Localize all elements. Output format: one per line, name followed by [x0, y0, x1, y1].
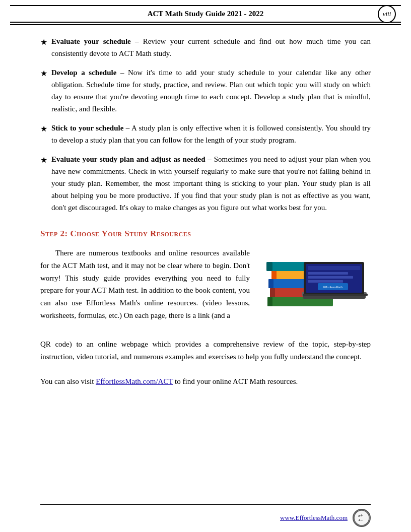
footer-content: www.EffortlessMath.com x÷ +−: [40, 509, 371, 527]
bullet-term-1: Evaluate your schedule: [51, 37, 131, 45]
list-item: ★ Evaluate your schedule – Review your c…: [40, 35, 371, 59]
link-para-prefix: You can also visit: [40, 377, 96, 385]
step2-section: There are numerous textbooks and online …: [40, 247, 371, 330]
svg-rect-17: [308, 280, 343, 283]
step2-paragraph1: There are numerous textbooks and online …: [40, 247, 250, 322]
footer-line: [40, 504, 371, 505]
svg-rect-9: [266, 262, 272, 271]
step2-link-paragraph: You can also visit EffortlessMath.com/AC…: [40, 375, 371, 388]
svg-rect-15: [308, 272, 348, 275]
star-icon: ★: [40, 154, 47, 167]
svg-rect-1: [267, 297, 272, 306]
books-laptop-illustration: EffortlessMath: [262, 247, 368, 330]
bullet-term-3: Stick to your schedule: [51, 124, 123, 132]
svg-text:EffortlessMath: EffortlessMath: [323, 286, 342, 289]
step2-paragraph-continuation: QR code) to an online webpage which prov…: [40, 338, 371, 363]
illustration-column: EffortlessMath: [260, 247, 371, 330]
svg-rect-14: [308, 266, 360, 270]
step2-text-column: There are numerous textbooks and online …: [40, 247, 250, 329]
footer-math-icon: x÷ +−: [353, 509, 371, 527]
star-icon: ★: [40, 36, 47, 49]
page-number-badge: viii: [378, 5, 396, 23]
star-icon: ★: [40, 122, 47, 136]
svg-rect-5: [268, 279, 273, 288]
footer-website-link[interactable]: www.EffortlessMath.com: [280, 514, 348, 522]
bullet-term-4: Evaluate your study plan and adjust as n…: [51, 155, 206, 163]
list-item: ★ Evaluate your study plan and adjust as…: [40, 153, 371, 214]
link-para-suffix: to find your online ACT Math resources.: [173, 377, 298, 385]
bullet-term-2: Develop a schedule: [51, 69, 116, 77]
svg-text:x÷: x÷: [358, 513, 363, 518]
svg-text:+−: +−: [358, 518, 363, 522]
bullet-list: ★ Evaluate your schedule – Review your c…: [40, 35, 371, 214]
page: ACT Math Study Guide 2021 - 2022 viii ★ …: [0, 5, 411, 532]
svg-rect-7: [271, 270, 277, 279]
svg-rect-3: [270, 288, 275, 297]
bullet-text-4: – Sometimes you need to adjust your plan…: [51, 155, 371, 212]
step2-number: Step 2:: [40, 229, 68, 238]
step2-heading-rest: Choose Your Study Resources: [68, 229, 191, 238]
star-icon: ★: [40, 67, 47, 80]
effortlessmath-link[interactable]: EffortlessMath.com/ACT: [96, 377, 173, 385]
list-item: ★ Stick to your schedule – A study plan …: [40, 122, 371, 146]
svg-rect-20: [303, 294, 368, 296]
step2-heading: Step 2: Choose Your Study Resources: [40, 229, 371, 239]
list-item: ★ Develop a schedule – Now it's time to …: [40, 66, 371, 115]
svg-rect-16: [308, 276, 353, 279]
footer: www.EffortlessMath.com x÷ +−: [0, 504, 411, 527]
header-title: ACT Math Study Guide 2021 - 2022: [18, 10, 393, 18]
